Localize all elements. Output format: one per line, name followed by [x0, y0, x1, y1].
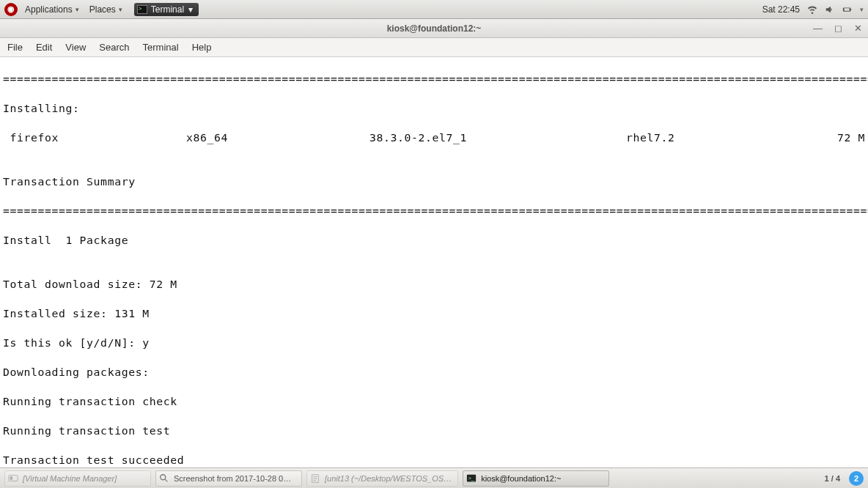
window-controls: — ◻ ✕ — [813, 23, 862, 34]
vm-manager-icon — [8, 473, 18, 484]
chevron-down-icon: ▾ — [188, 4, 193, 15]
pkg-version: 38.3.0-2.el7_1 — [369, 130, 626, 145]
taskbar-label: [unit13 (~/Desktop/WESTOS_OS… — [325, 474, 452, 483]
taskbar-item-gedit[interactable]: [unit13 (~/Desktop/WESTOS_OS… — [306, 470, 458, 487]
menu-edit[interactable]: Edit — [36, 42, 52, 53]
gnome-top-panel: ◉ Applications ▾ Places ▾ Terminal ▾ Sat… — [0, 0, 868, 19]
terminal-menubar: File Edit View Search Terminal Help — [0, 38, 868, 57]
menu-terminal[interactable]: Terminal — [143, 42, 179, 53]
close-button[interactable]: ✕ — [854, 23, 862, 34]
package-row: firefoxx86_6438.3.0-2.el7_1rhel7.272 M — [3, 130, 865, 145]
taskbar-label: kiosk@foundation12:~ — [481, 474, 561, 483]
downloading-header: Downloading packages: — [3, 365, 865, 380]
network-wifi-icon[interactable] — [807, 4, 817, 15]
test-ok: Transaction test succeeded — [3, 453, 865, 467]
installed-size: Installed size: 131 M — [3, 306, 865, 321]
chevron-down-icon: ▾ — [76, 6, 79, 13]
taskbar-item-vm[interactable]: [Virtual Machine Manager] — [4, 470, 151, 487]
menu-view[interactable]: View — [65, 42, 86, 53]
rule-line: ========================================… — [3, 72, 865, 86]
image-viewer-icon — [159, 473, 169, 484]
txn-summary-header: Transaction Summary — [3, 174, 865, 189]
rule-line: ========================================… — [3, 204, 865, 218]
confirm-prompt: Is this ok [y/d/N]: y — [3, 336, 865, 350]
run-check: Running transaction check — [3, 394, 865, 409]
places-menu[interactable]: Places ▾ — [87, 3, 125, 16]
applications-menu[interactable]: Applications ▾ — [22, 3, 82, 16]
volume-icon[interactable] — [825, 4, 835, 15]
pkg-arch: x86_64 — [186, 130, 369, 145]
text-editor-icon — [310, 473, 320, 484]
window-titlebar[interactable]: kiosk@foundation12:~ — ◻ ✕ — [0, 19, 868, 38]
taskbar-item-screenshot[interactable]: Screenshot from 2017-10-28 0… — [155, 470, 302, 487]
taskbar-label: Screenshot from 2017-10-28 0… — [174, 474, 291, 483]
svg-rect-1 — [10, 476, 13, 479]
chevron-down-icon[interactable]: ▾ — [860, 6, 864, 13]
active-app-label: Terminal — [151, 4, 184, 15]
active-app-menu[interactable]: Terminal ▾ — [134, 3, 199, 16]
pkg-repo: rhel7.2 — [626, 130, 837, 145]
system-tray: Sat 22:45 ▾ — [762, 4, 864, 15]
pkg-name: firefox — [3, 130, 186, 145]
places-menu-label: Places — [89, 4, 116, 15]
menu-search[interactable]: Search — [99, 42, 129, 53]
svg-point-2 — [161, 474, 166, 479]
chevron-down-icon: ▾ — [119, 6, 122, 13]
maximize-button[interactable]: ◻ — [834, 23, 842, 34]
install-count: Install 1 Package — [3, 233, 865, 248]
run-test: Running transaction test — [3, 424, 865, 438]
notification-badge[interactable]: 2 — [849, 471, 864, 486]
battery-icon[interactable] — [842, 4, 853, 15]
terminal-output[interactable]: ========================================… — [0, 57, 868, 467]
applications-menu-label: Applications — [25, 4, 73, 15]
menu-file[interactable]: File — [7, 42, 23, 53]
gnome-taskbar: [Virtual Machine Manager] Screenshot fro… — [0, 467, 868, 488]
menu-help[interactable]: Help — [192, 42, 212, 53]
clock[interactable]: Sat 22:45 — [762, 4, 800, 15]
minimize-button[interactable]: — — [813, 23, 823, 34]
pkg-size: 72 M — [837, 130, 865, 145]
download-size: Total download size: 72 M — [3, 277, 865, 292]
taskbar-item-terminal[interactable]: >_ kiosk@foundation12:~ — [463, 470, 609, 487]
workspace-pager[interactable]: 1 / 4 — [825, 474, 840, 483]
window-title: kiosk@foundation12:~ — [387, 23, 482, 34]
terminal-icon — [137, 5, 147, 14]
terminal-icon: >_ — [466, 473, 477, 484]
installing-header: Installing: — [3, 101, 865, 116]
svg-text:>_: >_ — [468, 475, 474, 481]
taskbar-label: [Virtual Machine Manager] — [23, 474, 117, 483]
distro-logo-icon[interactable]: ◉ — [4, 3, 18, 16]
